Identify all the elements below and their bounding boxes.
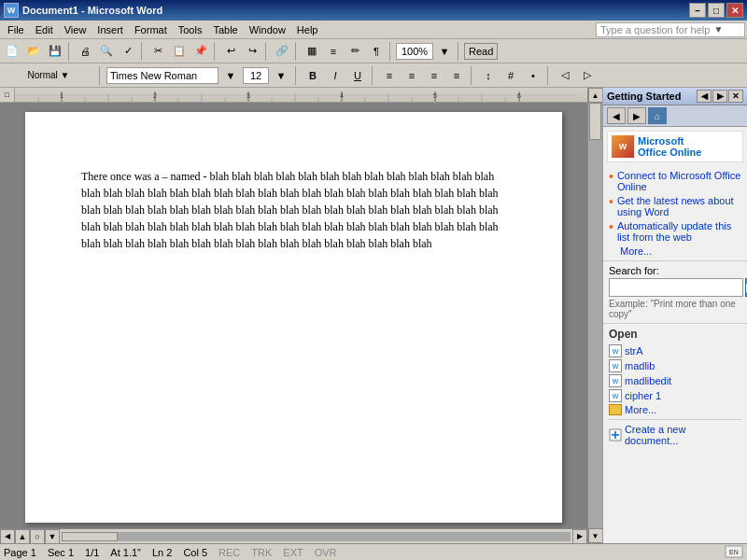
menu-tools[interactable]: Tools — [173, 21, 208, 38]
open-file-2[interactable]: W madlib — [609, 359, 741, 372]
next-page-button[interactable]: ▼ — [45, 529, 60, 544]
file-name-2[interactable]: madlib — [625, 360, 655, 371]
search-input[interactable] — [609, 278, 743, 297]
open-file-1[interactable]: W strA — [609, 344, 741, 357]
prev-page-button[interactable]: ▲ — [15, 529, 30, 544]
align-right[interactable]: ≡ — [424, 65, 444, 86]
horizontal-scrollbar[interactable]: ◀ ▲ ○ ▼ ▶ — [0, 528, 587, 543]
vscroll-up[interactable]: ▲ — [588, 88, 603, 103]
style-dropdown-btn[interactable]: Normal ▼ — [2, 65, 95, 86]
zoom-dropdown[interactable]: ▼ — [434, 41, 455, 62]
bullets[interactable]: • — [523, 65, 543, 86]
vscroll-down[interactable]: ▼ — [588, 528, 603, 543]
menu-help[interactable]: Help — [291, 21, 324, 38]
hscroll-right[interactable]: ▶ — [572, 529, 587, 544]
hscroll-track[interactable] — [62, 532, 571, 541]
link-text-1[interactable]: Connect to Microsoft Office Online — [617, 170, 741, 192]
open-file-4[interactable]: W cipher 1 — [609, 389, 741, 402]
zoom-box[interactable]: 100% — [396, 43, 433, 60]
panel-title: Getting Started — [607, 91, 681, 102]
panel-close-btn[interactable]: ✕ — [728, 90, 743, 103]
status-col: Col 5 — [183, 547, 207, 558]
fontsize-selector[interactable]: 12 — [243, 67, 269, 84]
more-link[interactable]: More... — [620, 245, 741, 257]
bold-button[interactable]: B — [303, 65, 323, 86]
vscroll-track[interactable] — [588, 103, 602, 528]
italic-button[interactable]: I — [325, 65, 345, 86]
new-doc-label[interactable]: Create a new document... — [625, 424, 741, 446]
help-search-box[interactable]: Type a question for help ▼ — [596, 22, 745, 37]
spellcheck-button[interactable]: ✓ — [118, 41, 138, 62]
close-button[interactable]: ✕ — [726, 3, 743, 18]
new-button[interactable]: 📄 — [2, 41, 22, 62]
hscroll-left[interactable]: ◀ — [0, 529, 15, 544]
hscroll-thumb[interactable] — [62, 532, 118, 541]
copy-button[interactable]: 📋 — [169, 41, 190, 62]
minimize-button[interactable]: – — [689, 3, 706, 18]
font-selector[interactable]: Times New Roman — [106, 67, 218, 84]
link-text-3[interactable]: Automatically update this list from the … — [617, 220, 741, 243]
page-indicator: ○ — [30, 529, 45, 544]
undo-button[interactable]: ↩ — [220, 41, 241, 62]
columns-button[interactable]: ≡ — [323, 41, 344, 62]
panel-link-3[interactable]: • Automatically update this list from th… — [609, 220, 741, 243]
panel-forward-btn[interactable]: ▶ — [712, 90, 727, 103]
menu-table[interactable]: Table — [207, 21, 243, 38]
document-text[interactable]: There once was a – named - blah blah bla… — [81, 168, 506, 252]
document-page[interactable]: There once was a – named - blah blah bla… — [25, 112, 562, 523]
link-text-2[interactable]: Get the latest news about using Word — [617, 195, 741, 217]
menu-format[interactable]: Format — [129, 21, 173, 38]
open-more-link[interactable]: More... — [609, 404, 741, 415]
menu-view[interactable]: View — [59, 21, 92, 38]
paste-button[interactable]: 📌 — [190, 41, 211, 62]
help-dropdown[interactable]: ▼ — [713, 24, 723, 35]
file-name-1[interactable]: strA — [625, 345, 643, 357]
show-formatting[interactable]: ¶ — [366, 41, 387, 62]
save-button[interactable]: 💾 — [45, 41, 65, 62]
file-icon-2: W — [609, 359, 622, 372]
numbering[interactable]: # — [500, 65, 521, 86]
status-at: At 1.1" — [110, 547, 141, 558]
panel-link-1[interactable]: • Connect to Microsoft Office Online — [609, 170, 741, 192]
align-left[interactable]: ≡ — [379, 65, 400, 86]
maximize-button[interactable]: □ — [708, 3, 725, 18]
open-button[interactable]: 📂 — [23, 41, 44, 62]
panel-nav-forward[interactable]: ▶ — [627, 107, 646, 124]
open-file-3[interactable]: W madlibedit — [609, 374, 741, 387]
print-button[interactable]: 🖨 — [75, 41, 95, 62]
fmt-sep-2 — [295, 66, 299, 85]
underline-button[interactable]: U — [347, 65, 368, 86]
panel-back-btn[interactable]: ◀ — [697, 90, 712, 103]
panel-nav-home[interactable]: ⌂ — [648, 107, 667, 124]
font-dropdown[interactable]: ▼ — [220, 65, 241, 86]
table-insert[interactable]: ▦ — [302, 41, 322, 62]
file-name-3[interactable]: madlibedit — [625, 375, 671, 386]
vertical-scrollbar[interactable]: ▲ ▼ — [587, 88, 602, 543]
read-button[interactable]: Read — [464, 43, 498, 60]
redo-button[interactable]: ↪ — [242, 41, 262, 62]
new-document-button[interactable]: Create a new document... — [609, 419, 741, 446]
file-name-4[interactable]: cipher 1 — [625, 390, 661, 401]
title-bar-controls[interactable]: – □ ✕ — [689, 3, 743, 18]
office-online-sub: Office Online — [638, 147, 701, 158]
status-language-icon: EN — [725, 545, 743, 558]
fontsize-dropdown[interactable]: ▼ — [271, 65, 291, 86]
doc-scroll-area[interactable]: There once was a – named - blah blah bla… — [0, 103, 587, 528]
menu-window[interactable]: Window — [244, 21, 291, 38]
preview-button[interactable]: 🔍 — [96, 41, 117, 62]
indent-decrease[interactable]: ◁ — [555, 65, 575, 86]
menu-insert[interactable]: Insert — [92, 21, 129, 38]
line-spacing[interactable]: ↕ — [478, 65, 499, 86]
drawing-button[interactable]: ✏ — [345, 41, 365, 62]
panel-nav-back[interactable]: ◀ — [607, 107, 626, 124]
hyperlink-button[interactable]: 🔗 — [272, 41, 292, 62]
menu-edit[interactable]: Edit — [30, 21, 59, 38]
justify[interactable]: ≡ — [446, 65, 467, 86]
menu-file[interactable]: File — [2, 21, 30, 38]
align-center[interactable]: ≡ — [402, 65, 422, 86]
cut-button[interactable]: ✂ — [148, 41, 168, 62]
indent-increase[interactable]: ▷ — [577, 65, 598, 86]
panel-link-2[interactable]: • Get the latest news about using Word — [609, 195, 741, 217]
vscroll-thumb[interactable] — [589, 103, 601, 140]
open-more-label[interactable]: More... — [625, 404, 656, 415]
